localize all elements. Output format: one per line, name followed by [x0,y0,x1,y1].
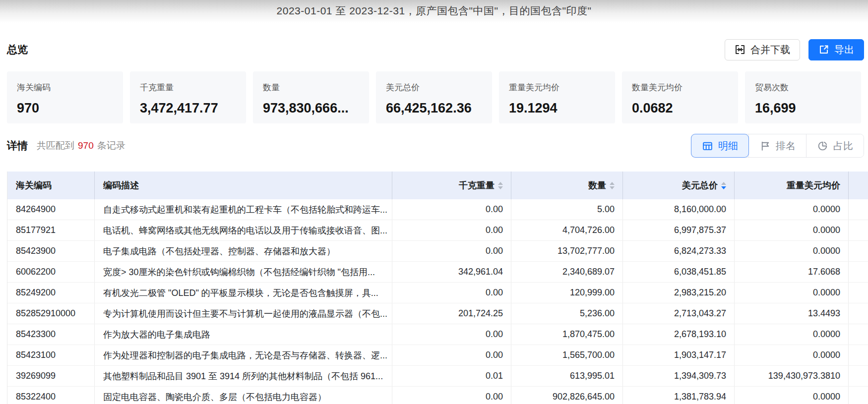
stat-card-qty-avg-price: 数量美元均价 0.0682 [622,71,738,123]
overview-section-header: 总览 合并下载 导出 [7,39,864,60]
cell-quantity: 120,999.00 [511,283,623,303]
cell-unit-price: 0.0000 [735,283,849,303]
tab-detail[interactable]: 明细 [691,134,748,157]
table-row[interactable]: 852852910000 专为计算机使用而设计但主要不与计算机一起使用的液晶显示… [7,303,868,324]
sort-control[interactable] [498,182,503,189]
cell-quantity: 902,826,645.00 [511,387,623,404]
tab-ranking[interactable]: 排名 [748,134,806,157]
cell-kg-weight: 0.00 [392,283,511,303]
cell-description: 作为放大器的电子集成电路 [95,324,392,345]
filter-summary-banner: 2023-01-01 至 2023-12-31，原产国包含"中国"，目的国包含"… [0,0,868,23]
cell-usd-total: 8,160,000.00 [623,199,735,220]
cell-quantity: 613,995.01 [511,366,623,386]
column-label: 美元总价 [682,179,718,191]
table-row[interactable]: 85423300 作为放大器的电子集成电路 0.00 1,870,475.00 … [7,324,868,345]
cell-kg-weight: 0.01 [392,366,511,386]
cell-partial [849,283,868,303]
table-row[interactable]: 85423900 电子集成电路（不包括处理器、控制器、存储器和放大器） 0.00… [7,241,868,262]
cell-hs-code: 60062200 [7,262,95,282]
sort-asc-icon [721,182,726,185]
sort-desc-icon [610,186,615,189]
cell-unit-price: 139,430,973.3810 [735,366,849,386]
stat-value: 19.1294 [509,101,605,116]
table-row[interactable]: 85177921 电话机、蜂窝网络或其他无线网络的电话以及用于传输或接收语音、图… [7,220,868,241]
cell-hs-code: 852852910000 [7,303,95,324]
cell-usd-total: 6,824,273.33 [623,241,735,261]
table-icon [702,140,713,152]
table-row[interactable]: 85423100 作为处理器和控制器的电子集成电路，无论是否与存储器、转换器、逻… [7,345,868,366]
cell-partial [849,366,868,386]
table-row[interactable]: 85322400 固定电电容器、陶瓷电介质、多层（不包括电力电容器） 0.00 … [7,387,868,404]
tab-detail-label: 明细 [718,139,738,153]
cell-usd-total: 2,983,215.20 [623,283,735,303]
cell-hs-code: 85249200 [7,283,95,303]
cell-partial [849,345,868,365]
cell-partial [849,324,868,345]
cell-kg-weight: 342,961.04 [392,262,511,282]
sort-desc-icon [498,186,503,189]
cell-usd-total: 2,713,043.27 [623,303,735,324]
stat-card-trade-count: 贸易次数 16,699 [745,71,861,123]
column-header-hs-code: 海关编码 [7,172,95,199]
cell-description: 电话机、蜂窝网络或其他无线网络的电话以及用于传输或接收语音、图... [95,220,392,240]
cell-hs-code: 85322400 [7,387,95,404]
stat-label: 数量美元均价 [632,82,728,93]
sort-control[interactable] [721,182,726,189]
column-header-kg-weight[interactable]: 千克重量 [392,172,511,199]
cell-kg-weight: 0.00 [392,220,511,240]
cell-kg-weight: 201,724.25 [392,303,511,324]
table-row[interactable]: 85249200 有机发光二极管 "OLED" 的平板显示模块，无论是否包含触摸… [7,283,868,303]
cell-hs-code: 85423900 [7,241,95,261]
merge-download-button[interactable]: 合并下载 [725,39,800,60]
column-label: 海关编码 [16,179,52,191]
cell-hs-code: 39269099 [7,366,95,386]
column-header-description: 编码描述 [95,172,392,199]
match-summary: 共匹配到970条记录 [37,139,125,152]
column-header-usd-total[interactable]: 美元总价 [623,172,735,199]
merge-download-icon [735,44,745,55]
cell-partial [849,262,868,282]
cell-quantity: 1,565,700.00 [511,345,623,365]
match-prefix: 共匹配到 [37,140,74,151]
column-header-quantity[interactable]: 数量 [511,172,623,199]
stat-label: 美元总价 [386,82,482,93]
stat-value: 66,425,162.36 [386,101,482,116]
cell-hs-code: 85177921 [7,220,95,240]
cell-usd-total: 6,038,451.85 [623,262,735,282]
stat-value: 3,472,417.77 [140,101,236,116]
sort-control[interactable] [610,182,615,189]
table-row[interactable]: 60062200 宽度> 30厘米的染色针织或钩编棉织物（不包括经编针织物 "包… [7,262,868,283]
match-suffix: 条记录 [97,140,125,151]
overview-title: 总览 [7,43,28,57]
cell-usd-total: 1,381,783.94 [623,387,735,404]
cell-partial [849,387,868,404]
cell-quantity: 5.00 [511,199,623,220]
table-row[interactable]: 84264900 自走式移动式起重机和装有起重机的工程卡车（不包括轮胎式和跨运车… [7,199,868,220]
tab-proportion-label: 占比 [833,139,853,153]
cell-description: 专为计算机使用而设计但主要不与计算机一起使用的液晶显示器（不包... [95,303,392,324]
cell-description: 其他塑料制品和品目 3901 至 3914 所列的其他材料制品（不包括 961.… [95,366,392,386]
table-row[interactable]: 39269099 其他塑料制品和品目 3901 至 3914 所列的其他材料制品… [7,366,868,387]
export-button[interactable]: 导出 [808,39,864,60]
tab-proportion[interactable]: 占比 [806,134,864,157]
sort-desc-icon-active [721,186,726,189]
cell-description: 作为处理器和控制器的电子集成电路，无论是否与存储器、转换器、逻... [95,345,392,365]
stat-label: 数量 [263,82,359,93]
table-header-row: 海关编码 编码描述 千克重量 数量 美元总价 重量美元均价 [7,172,868,199]
view-tabs: 明细 排名 占比 [691,134,864,158]
overview-actions: 合并下载 导出 [725,39,864,60]
match-count: 970 [78,140,94,151]
cell-quantity: 4,704,726.00 [511,220,623,240]
column-label: 编码描述 [103,179,139,191]
details-section-header: 详情 共匹配到970条记录 明细 [7,134,864,157]
ranking-icon [759,140,771,152]
stat-card-quantity: 数量 973,830,666... [253,71,369,123]
details-table: 海关编码 编码描述 千克重量 数量 美元总价 重量美元均价 84264900 自… [7,172,868,404]
export-label: 导出 [834,43,854,57]
cell-description: 有机发光二极管 "OLED" 的平板显示模块，无论是否包含触摸屏，具... [95,283,392,303]
cell-usd-total: 1,394,309.73 [623,366,735,386]
stat-card-hs-code: 海关编码 970 [7,71,123,123]
column-header-partial [849,172,868,199]
cell-kg-weight: 0.00 [392,199,511,220]
cell-quantity: 13,702,777.00 [511,241,623,261]
